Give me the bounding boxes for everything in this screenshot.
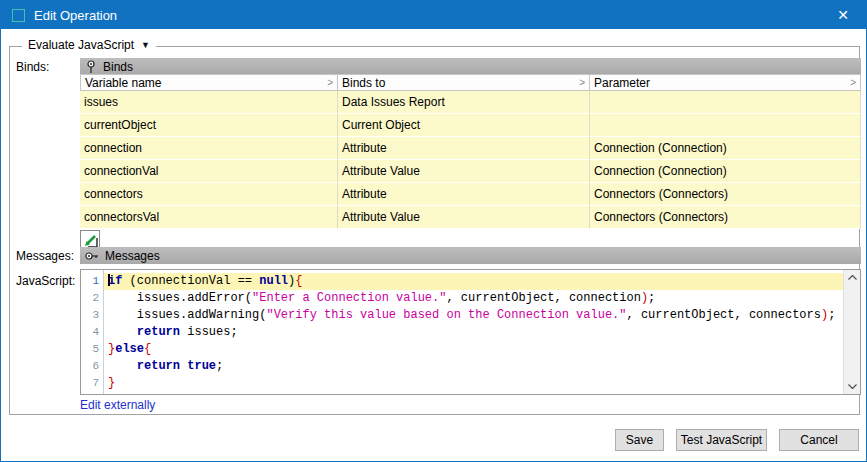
operation-type-label: Evaluate JavaScript (28, 38, 134, 52)
code-token: } (108, 376, 115, 390)
table-cell[interactable]: Connectors (Connectors) (590, 206, 861, 229)
code-token: ; (648, 291, 655, 305)
pin-key-icon (85, 60, 97, 74)
table-cell[interactable]: Attribute (338, 137, 590, 160)
line-number: 6 (81, 358, 103, 375)
table-row[interactable]: issuesData Issues Report (80, 91, 861, 114)
edit-externally-link[interactable]: Edit externally (80, 398, 155, 412)
table-cell[interactable]: issues (80, 91, 338, 114)
table-cell[interactable] (590, 91, 861, 114)
line-number: 2 (81, 290, 103, 307)
line-number: 1 (81, 273, 103, 290)
app-icon (12, 9, 25, 22)
code-token: , currentObject, connection (446, 291, 640, 305)
code-line[interactable]: }else{ (104, 341, 843, 358)
table-cell[interactable]: connectionVal (80, 160, 338, 183)
table-cell[interactable]: Current Object (338, 114, 590, 137)
line-number: 5 (81, 341, 103, 358)
code-token: "Enter a Connection value." (252, 291, 446, 305)
scroll-down-arrow[interactable] (844, 379, 861, 394)
code-token: null (259, 274, 288, 288)
javascript-code-editor[interactable]: 1234567 if (connectionVal == null){ issu… (80, 269, 861, 395)
code-token: issues.addError( (108, 291, 252, 305)
code-area[interactable]: if (connectionVal == null){ issues.addEr… (104, 270, 843, 394)
table-row[interactable]: connectionAttributeConnection (Connectio… (80, 137, 861, 160)
operation-type-dropdown[interactable]: Evaluate JavaScript ▼ (22, 38, 156, 52)
table-row[interactable]: connectionValAttribute ValueConnection (… (80, 160, 861, 183)
code-token: { (144, 342, 151, 356)
code-token: ; (216, 359, 223, 373)
edit-operation-dialog: Edit Operation ✕ Evaluate JavaScript ▼ B… (0, 0, 867, 462)
code-token: issues; (180, 325, 238, 339)
binds-section-header[interactable]: Binds (80, 58, 861, 75)
messages-section-title: Messages (105, 249, 160, 263)
table-cell[interactable]: currentObject (80, 114, 338, 137)
table-row[interactable]: connectorsValAttribute ValueConnectors (… (80, 206, 861, 229)
code-token: , currentObject, connectors (627, 308, 821, 322)
code-token: return (137, 359, 180, 373)
close-button[interactable]: ✕ (820, 1, 866, 29)
binds-table-header: Variable name > Binds to > Parameter > (80, 74, 861, 91)
code-token: ; (828, 308, 835, 322)
binds-field-label: Binds: (16, 60, 49, 74)
dialog-button-row: Save Test JavaScript Cancel (615, 429, 859, 451)
code-line[interactable]: if (connectionVal == null){ (104, 273, 843, 290)
code-line[interactable]: issues.addError("Enter a Connection valu… (104, 290, 843, 307)
code-line[interactable]: issues.addWarning("Verify this value bas… (104, 307, 843, 324)
table-cell[interactable]: Data Issues Report (338, 91, 590, 114)
scroll-up-arrow[interactable] (844, 270, 861, 285)
messages-field-label: Messages: (16, 249, 74, 263)
binds-section-title: Binds (103, 60, 133, 74)
table-row[interactable]: currentObjectCurrent Object (80, 114, 861, 137)
column-header-binds-to[interactable]: Binds to > (338, 74, 590, 91)
test-javascript-button[interactable]: Test JavaScript (676, 429, 767, 451)
sort-chevron-icon: > (327, 77, 333, 88)
line-number: 3 (81, 307, 103, 324)
code-token: if (108, 274, 122, 288)
titlebar: Edit Operation ✕ (1, 1, 866, 29)
code-token: { (295, 274, 302, 288)
table-cell[interactable]: Connection (Connection) (590, 137, 861, 160)
column-header-variable-name[interactable]: Variable name > (80, 74, 338, 91)
code-token: return (137, 325, 180, 339)
code-token (108, 325, 137, 339)
code-token: issues.addWarning( (108, 308, 266, 322)
table-cell[interactable]: connectors (80, 183, 338, 206)
line-number: 4 (81, 324, 103, 341)
code-line[interactable]: return true; (104, 358, 843, 375)
table-cell[interactable] (590, 114, 861, 137)
save-button[interactable]: Save (615, 429, 664, 451)
code-token: "Verify this value based on the Connecti… (266, 308, 626, 322)
cancel-button[interactable]: Cancel (779, 429, 859, 451)
line-number: 7 (81, 375, 103, 392)
code-line[interactable]: } (104, 375, 843, 392)
evaluate-javascript-group: Evaluate JavaScript ▼ Binds: Binds Varia… (9, 46, 860, 415)
table-cell[interactable]: Attribute Value (338, 160, 590, 183)
code-token: true (187, 359, 216, 373)
editor-vertical-scrollbar[interactable] (843, 270, 860, 394)
sort-chevron-icon: > (579, 77, 585, 88)
table-cell[interactable]: connection (80, 137, 338, 160)
table-cell[interactable]: Connectors (Connectors) (590, 183, 861, 206)
table-cell[interactable]: connectorsVal (80, 206, 338, 229)
key-horizontal-icon (85, 250, 99, 262)
window-title: Edit Operation (34, 8, 117, 23)
table-cell[interactable]: Attribute Value (338, 206, 590, 229)
line-number-gutter: 1234567 (81, 270, 104, 394)
table-cell[interactable]: Connection (Connection) (590, 160, 861, 183)
sort-chevron-icon: > (850, 77, 856, 88)
table-row[interactable]: connectorsAttributeConnectors (Connector… (80, 183, 861, 206)
binds-table-body: issuesData Issues ReportcurrentObjectCur… (80, 91, 861, 229)
column-header-parameter[interactable]: Parameter > (590, 74, 861, 91)
code-token (108, 359, 137, 373)
javascript-field-label: JavaScript: (16, 274, 75, 288)
code-token: else (115, 342, 144, 356)
chevron-down-icon: ▼ (141, 40, 150, 50)
code-token: (connectionVal == (122, 274, 259, 288)
table-cell[interactable]: Attribute (338, 183, 590, 206)
messages-section-header[interactable]: Messages (80, 247, 861, 264)
code-line[interactable]: return issues; (104, 324, 843, 341)
insert-row-icon (83, 233, 98, 248)
